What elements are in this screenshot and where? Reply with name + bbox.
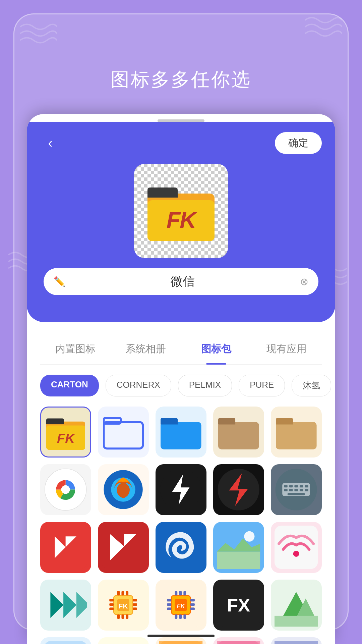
landscape-warm2-icon xyxy=(217,641,260,644)
svg-rect-40 xyxy=(305,489,308,491)
list-item[interactable] xyxy=(213,464,264,515)
header-nav: ‹ 确定 xyxy=(40,132,322,154)
landscape-blue-icon xyxy=(217,526,260,569)
flipboard-red2-icon xyxy=(102,526,145,569)
tab-album[interactable]: 系统相册 xyxy=(111,335,181,364)
svg-rect-92 xyxy=(275,616,318,627)
svg-rect-76 xyxy=(184,591,186,596)
svg-rect-126 xyxy=(217,641,260,644)
clear-icon[interactable]: ⊗ xyxy=(300,276,308,287)
list-item[interactable] xyxy=(156,522,206,573)
app-name-text: 微信 xyxy=(72,273,293,290)
bolt-dark-icon xyxy=(159,468,202,511)
chip-pure[interactable]: PURE xyxy=(239,375,285,396)
tab-builtin[interactable]: 内置图标 xyxy=(40,335,111,364)
list-item[interactable] xyxy=(271,637,322,644)
list-item[interactable] xyxy=(213,522,264,573)
svg-rect-36 xyxy=(284,489,288,491)
cpu-chip-fk-icon: FK xyxy=(159,583,202,627)
list-item[interactable] xyxy=(156,407,206,458)
fk-folder-preview-icon: FK xyxy=(147,181,215,241)
list-item[interactable] xyxy=(98,407,149,458)
chip-pelmix[interactable]: PELMIX xyxy=(178,375,232,396)
chip-carton[interactable]: CARTON xyxy=(40,375,99,396)
name-input-bar[interactable]: ✏️ 微信 ⊗ xyxy=(44,268,318,295)
tab-iconpack[interactable]: 图标包 xyxy=(181,335,251,364)
list-item[interactable]: FK xyxy=(40,407,91,458)
folder-blue-outline-icon xyxy=(103,413,144,451)
confirm-button[interactable]: 确定 xyxy=(275,132,322,154)
landscape-warm-icon xyxy=(159,641,202,644)
svg-rect-59 xyxy=(122,591,124,596)
filter-chips-row: CARTON CORNERX PELMIX PURE 沐氢 xyxy=(27,375,335,407)
tabs-row: 内置图标 系统相册 图标包 现有应用 xyxy=(40,335,322,365)
folder-blue-flat-icon xyxy=(161,413,201,451)
svg-rect-34 xyxy=(300,485,303,487)
google-circle-icon xyxy=(44,468,87,511)
svg-rect-82 xyxy=(167,608,172,610)
list-item[interactable] xyxy=(271,580,322,631)
list-item[interactable] xyxy=(271,522,322,573)
icon-preview-bg: FK xyxy=(134,164,228,258)
list-item[interactable] xyxy=(40,464,91,515)
list-item[interactable] xyxy=(40,637,91,644)
list-item[interactable]: FX xyxy=(213,580,264,631)
svg-rect-18 xyxy=(276,422,317,449)
chip-cornerx[interactable]: CORNERX xyxy=(106,375,171,396)
list-item[interactable] xyxy=(213,637,264,644)
svg-rect-69 xyxy=(133,608,137,610)
list-item[interactable] xyxy=(40,522,91,573)
list-item[interactable] xyxy=(156,637,206,644)
home-bar xyxy=(147,635,215,637)
svg-rect-14 xyxy=(161,422,178,424)
tabs-section: 内置图标 系统相册 图标包 现有应用 xyxy=(27,322,335,365)
list-item[interactable] xyxy=(156,464,206,515)
list-item[interactable] xyxy=(213,407,264,458)
svg-rect-46 xyxy=(217,552,260,569)
svg-text:FK: FK xyxy=(167,207,198,232)
svg-rect-67 xyxy=(133,599,137,602)
cpu-chip-yellow-icon: FK xyxy=(102,583,145,627)
svg-rect-41 xyxy=(288,493,305,495)
svg-rect-32 xyxy=(289,485,293,487)
list-item[interactable] xyxy=(98,637,149,644)
page-title: 图标多多任你选 xyxy=(0,67,362,93)
svg-rect-20 xyxy=(276,422,293,424)
list-item[interactable]: FK xyxy=(98,580,149,631)
keyboard-icon xyxy=(275,468,318,511)
svg-rect-79 xyxy=(184,614,186,619)
svg-rect-121 xyxy=(159,641,202,644)
svg-point-47 xyxy=(244,531,255,542)
svg-rect-10 xyxy=(104,422,143,448)
svg-text:FK: FK xyxy=(57,431,76,445)
fk-folder-small-icon: FK xyxy=(46,413,85,452)
folder-brown-icon xyxy=(218,413,259,451)
svg-rect-62 xyxy=(122,614,124,619)
back-button[interactable]: ‹ xyxy=(40,133,60,153)
svg-rect-12 xyxy=(161,422,201,449)
list-item[interactable] xyxy=(271,407,322,458)
svg-rect-63 xyxy=(126,614,129,619)
list-item[interactable] xyxy=(98,464,149,515)
icon-grid: FK xyxy=(27,407,335,644)
chip-muhe[interactable]: 沐氢 xyxy=(292,375,331,396)
svg-rect-2 xyxy=(147,194,178,198)
list-item[interactable]: FK xyxy=(156,580,206,631)
icon-preview-inner: FK xyxy=(144,177,218,245)
svg-rect-81 xyxy=(167,603,172,606)
svg-rect-77 xyxy=(175,614,178,619)
svg-rect-75 xyxy=(179,591,182,596)
mountain-green-icon xyxy=(275,583,318,627)
tab-current[interactable]: 现有应用 xyxy=(251,335,322,364)
list-item[interactable] xyxy=(271,464,322,515)
back-chevron-icon: ‹ xyxy=(48,136,52,151)
svg-rect-7 xyxy=(46,422,64,424)
sunflower-icon xyxy=(102,641,145,644)
sunrise-blue-icon xyxy=(44,641,87,644)
svg-rect-65 xyxy=(110,603,114,606)
list-item[interactable] xyxy=(40,580,91,631)
list-item[interactable] xyxy=(98,522,149,573)
svg-rect-68 xyxy=(133,603,137,606)
flipboard-red-icon xyxy=(44,526,87,569)
svg-rect-78 xyxy=(179,614,182,619)
